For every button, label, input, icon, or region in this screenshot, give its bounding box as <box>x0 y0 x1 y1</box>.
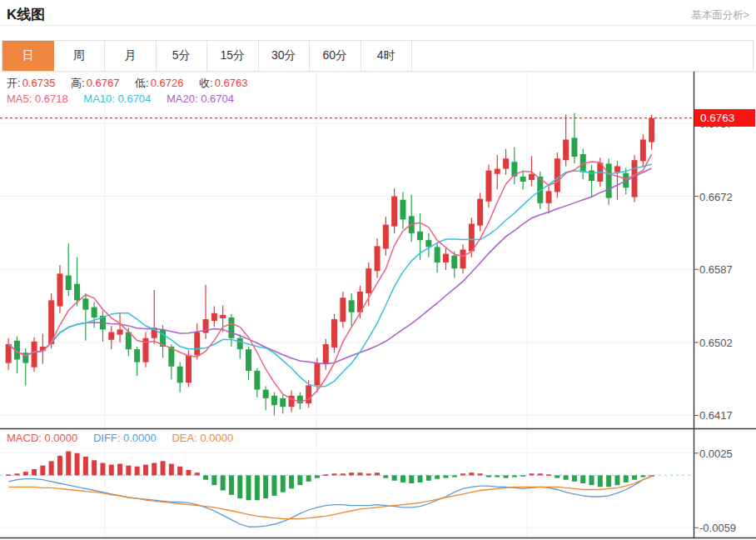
candle[interactable] <box>425 240 431 247</box>
candle[interactable] <box>503 158 509 168</box>
macd-bar <box>546 474 551 476</box>
tab-week[interactable]: 周 <box>54 41 106 71</box>
candle[interactable] <box>194 332 200 355</box>
candle[interactable] <box>451 256 457 268</box>
candle[interactable] <box>340 298 346 322</box>
candle[interactable] <box>220 315 226 318</box>
candle[interactable] <box>614 166 620 172</box>
macd-bar <box>169 464 174 476</box>
macd-bar <box>143 465 148 476</box>
candle[interactable] <box>314 363 320 386</box>
tab-30min[interactable]: 30分 <box>259 41 311 71</box>
macd-bar <box>323 474 328 476</box>
candle[interactable] <box>417 232 423 240</box>
tab-15min[interactable]: 15分 <box>207 41 259 71</box>
macd-bar <box>418 475 423 482</box>
macd-bar <box>520 475 525 477</box>
candle[interactable] <box>443 254 449 262</box>
macd-bar <box>32 469 37 475</box>
candle[interactable] <box>469 224 475 252</box>
macd-bar <box>152 462 157 475</box>
macd-bar <box>529 473 534 475</box>
candle[interactable] <box>606 163 612 198</box>
tab-5min[interactable]: 5分 <box>157 41 208 71</box>
candle[interactable] <box>477 199 483 226</box>
candle[interactable] <box>460 249 466 268</box>
candle[interactable] <box>246 349 251 371</box>
macd-bar <box>100 462 105 475</box>
macd-bar <box>435 475 440 478</box>
candle[interactable] <box>391 197 397 227</box>
candle[interactable] <box>649 118 654 142</box>
candle[interactable] <box>32 342 37 368</box>
macd-bar <box>580 475 585 483</box>
macd-bar <box>478 473 483 475</box>
candle[interactable] <box>82 298 88 309</box>
macd-bar <box>409 475 414 483</box>
candle[interactable] <box>520 177 526 182</box>
candle[interactable] <box>589 171 594 181</box>
candle[interactable] <box>254 371 260 390</box>
candle[interactable] <box>237 338 243 349</box>
candle[interactable] <box>331 319 337 348</box>
candle[interactable] <box>211 313 217 321</box>
candle[interactable] <box>306 385 311 403</box>
tab-month[interactable]: 月 <box>105 41 157 71</box>
macd-tick-1: 0.0025 <box>699 448 733 460</box>
macd-bar <box>211 475 216 485</box>
macd-legend: MACD: 0.0000 DIFF: 0.0000 DEA: 0.0000 <box>7 432 246 444</box>
macd-bar <box>375 472 380 475</box>
macd-bar <box>40 466 45 476</box>
candle[interactable] <box>640 139 646 161</box>
candle[interactable] <box>263 390 269 398</box>
candle[interactable] <box>6 344 12 363</box>
macd-bar <box>589 475 594 485</box>
candle[interactable] <box>126 332 132 349</box>
tab-day[interactable]: 日 <box>2 41 54 71</box>
macd-bar <box>486 475 491 477</box>
macd-bar <box>341 473 346 475</box>
candle[interactable] <box>375 246 380 271</box>
candle[interactable] <box>349 300 355 312</box>
macd-bar <box>92 460 97 475</box>
candle[interactable] <box>66 275 72 290</box>
tab-4hour[interactable]: 4时 <box>361 41 413 71</box>
candle[interactable] <box>546 191 552 202</box>
candle[interactable] <box>555 158 560 192</box>
candle[interactable] <box>108 332 114 339</box>
candle[interactable] <box>228 318 234 338</box>
candle[interactable] <box>177 367 183 383</box>
tab-60min[interactable]: 60分 <box>310 41 361 71</box>
macd-bar <box>23 472 28 475</box>
candle[interactable] <box>92 308 97 318</box>
candle[interactable] <box>134 349 140 362</box>
candle[interactable] <box>383 225 389 249</box>
candle[interactable] <box>632 160 638 197</box>
candle[interactable] <box>57 273 62 306</box>
macd-bar <box>495 475 500 477</box>
candle[interactable] <box>323 344 329 364</box>
candle[interactable] <box>74 284 80 301</box>
candle[interactable] <box>571 138 577 157</box>
candle[interactable] <box>563 139 569 160</box>
macd-bar <box>315 475 320 478</box>
macd-bar <box>246 475 251 500</box>
fundamental-analysis-link[interactable]: 基本面分析> <box>691 8 749 22</box>
candle[interactable] <box>366 268 371 293</box>
candle[interactable] <box>400 200 405 220</box>
candle[interactable] <box>529 174 535 180</box>
candle[interactable] <box>495 169 500 174</box>
candle[interactable] <box>271 396 277 405</box>
candle[interactable] <box>117 329 123 334</box>
macd-bar <box>640 475 645 477</box>
ma5-legend: MA5: 0.6718 <box>7 92 68 105</box>
candle[interactable] <box>485 171 491 202</box>
macd-bar <box>237 475 242 498</box>
candle[interactable] <box>435 247 440 262</box>
candle[interactable] <box>186 355 191 382</box>
period-tabbar: 日 周 月 5分 15分 30分 60分 4时 <box>2 40 754 72</box>
macd-bar <box>452 475 457 477</box>
macd-bar <box>117 464 122 476</box>
candle[interactable] <box>280 398 286 407</box>
macd-bar <box>66 452 71 476</box>
